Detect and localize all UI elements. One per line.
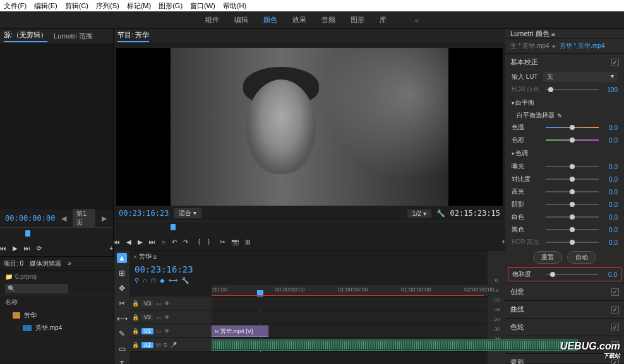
creative-check[interactable] [611,288,619,296]
contrast-slider[interactable] [546,179,599,180]
curves-section[interactable]: 曲线 [510,305,524,314]
source-monitor[interactable] [0,44,113,209]
tl-link-icon[interactable]: ∩ [143,277,147,284]
tl-marker-icon[interactable]: ⊓ [151,277,156,284]
shadows-value[interactable]: 0.0 [603,201,618,208]
tint-slider[interactable] [546,139,599,141]
lut-dropdown[interactable]: 无▾ [543,72,618,82]
lock-icon[interactable]: 🔒 [132,300,139,307]
track-v1[interactable]: fx 芳华.mp4 [V] [212,324,488,338]
extract-icon[interactable]: ↷ [183,238,188,245]
menu-edit[interactable]: 编辑(E) [34,1,57,11]
basic-enable-check[interactable] [611,59,619,66]
menu-sequence[interactable]: 序列(S) [96,1,119,11]
wheels-check[interactable] [611,324,619,331]
mark-out-icon[interactable]: ○ [162,238,165,245]
track-select-tool[interactable]: ⊞ [117,268,127,278]
src-next-icon[interactable]: ⏭ [24,245,30,252]
whites-slider[interactable] [546,216,599,218]
type-tool[interactable]: T [117,359,127,364]
shadows-slider[interactable] [546,204,599,205]
menu-clip[interactable]: 剪辑(C) [65,1,88,11]
tl-ctrl5-icon[interactable]: ⟷ [169,277,177,284]
tl-ctrl4-icon[interactable]: ◆ [160,277,165,284]
tint-value[interactable]: 0.0 [603,137,618,144]
source-tab[interactable]: 源:（无剪辑） [4,30,47,42]
pager-next[interactable]: ▶ [100,214,108,223]
fit-dropdown[interactable]: 适合 ▾ [174,208,201,218]
col-name-header[interactable]: 名称 [0,295,114,309]
menu-graphics[interactable]: 图形(G) [159,1,183,11]
program-ruler[interactable] [114,221,505,233]
ws-tab-color[interactable]: 颜色 [263,15,277,25]
master-clip-label[interactable]: 主 * 芳华.mp4 [510,42,549,49]
project-more[interactable]: » [68,260,71,267]
program-tab[interactable]: 节目: 芳华 [117,30,149,42]
temp-slider[interactable] [546,127,599,128]
project-search[interactable] [5,284,68,293]
track-label[interactable]: V2 [141,314,153,320]
slip-tool[interactable]: ⟷ [117,314,127,324]
eyedropper-icon[interactable]: ✎ [557,112,562,119]
saturation-slider[interactable] [546,274,598,275]
lumetri-scopes-tab[interactable]: Lumetri 范围 [54,32,93,41]
lift-icon[interactable]: ↶ [172,238,177,245]
exposure-slider[interactable] [546,166,599,167]
audio-clip[interactable] [212,339,578,351]
auto-button[interactable]: 自动 [567,251,596,264]
reset-button[interactable]: 重置 [533,251,562,264]
step-back-icon[interactable]: ◀ [126,238,131,245]
track-label[interactable]: V1 [141,328,153,334]
eye-icon[interactable] [164,300,170,307]
eye-icon[interactable] [164,328,170,334]
src-play-icon[interactable]: ▶ [13,245,18,252]
source-timecode[interactable]: 00:00:00:00 [5,214,55,223]
project-crumb[interactable]: 0.prproj [15,273,37,280]
ws-tab-more[interactable]: » [414,16,418,24]
program-monitor[interactable] [116,48,503,206]
wb-section[interactable]: 白平衡 [505,96,624,110]
blacks-value[interactable]: 0.0 [603,226,618,233]
record-icon[interactable]: 🎤 [170,342,177,348]
basic-correction-header[interactable]: 基本校正 [510,57,538,67]
track-v3[interactable] [212,296,488,310]
mark-in-icon[interactable]: ⏮ [114,238,120,245]
razor-icon[interactable]: ✂ [220,238,225,245]
go-out-icon[interactable]: ｝ [207,237,213,246]
blacks-slider[interactable] [546,229,599,230]
track-v3-head[interactable]: 🔒V3▭ [129,296,212,310]
video-clip[interactable]: fx 芳华.mp4 [V] [212,326,268,337]
src-prev-icon[interactable]: ⏮ [0,245,6,252]
lock-icon[interactable]: 🔒 [132,342,139,348]
highlights-slider[interactable] [546,191,599,192]
mute-button[interactable]: M [156,342,161,348]
source-ruler[interactable] [0,227,113,240]
project-item-bin[interactable]: 芳华 [0,309,114,322]
step-fwd-icon[interactable]: ⏭ [149,238,155,245]
solo-button[interactable]: S [164,342,167,348]
creative-section[interactable]: 创意 [510,287,524,296]
highlights-value[interactable]: 0.0 [603,189,618,196]
saturation-value[interactable]: 0.0 [602,271,617,278]
play-icon[interactable]: ▶ [138,238,143,245]
menu-help[interactable]: 帮助(H) [223,1,246,11]
track-v1-head[interactable]: 🔒V1▭ [129,324,212,338]
settings-icon[interactable]: 🔧 [436,209,445,218]
whites-value[interactable]: 0.0 [603,214,618,221]
temp-value[interactable]: 0.0 [603,124,618,131]
pen-tool[interactable]: ✎ [117,329,127,339]
track-v2[interactable] [212,310,488,324]
pager-label[interactable]: 第1页 [73,209,95,228]
sequence-tab[interactable]: 芳华 [139,252,152,261]
src-loop-icon[interactable]: ⟳ [37,245,42,252]
pager-prev[interactable]: ◀ [60,214,68,223]
tl-snap-icon[interactable]: ⚲ [135,277,139,284]
ws-tab-effects[interactable]: 效果 [292,15,306,25]
curves-check[interactable] [611,306,619,314]
ws-tab-graphics[interactable]: 图形 [351,15,364,25]
track-v2-head[interactable]: 🔒V2▭ [129,310,212,324]
project-item-clip[interactable]: 芳华.mp4 [0,322,114,334]
menu-window[interactable]: 窗口(W) [190,1,215,11]
timeline-ruler[interactable]: :00:00 00:30:00:00 01:00:00:00 01:30:00:… [212,285,488,296]
media-browser-tab[interactable]: 媒体浏览器 [30,259,61,268]
